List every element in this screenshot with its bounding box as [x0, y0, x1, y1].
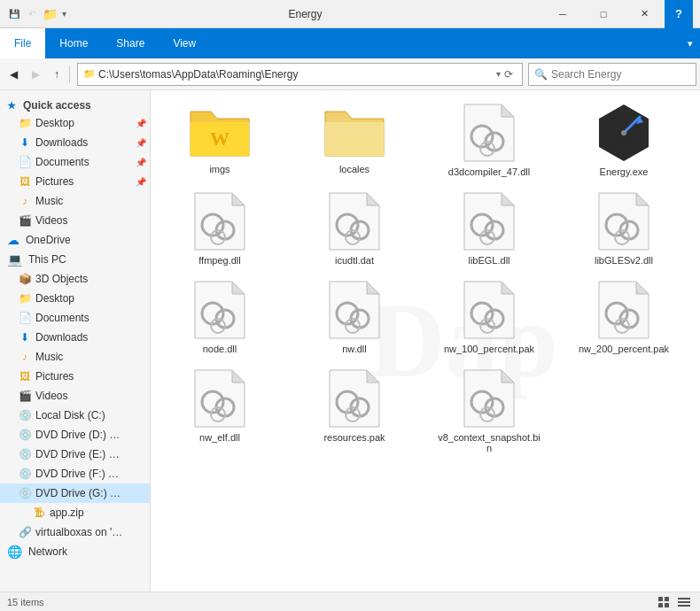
folder-icon: 📁 — [43, 7, 57, 21]
file-item-node[interactable]: node.dll — [158, 275, 282, 360]
svg-rect-74 — [678, 601, 690, 603]
sidebar-item-virtualbox[interactable]: 🔗 virtualboxas on 'Ma — [0, 522, 150, 542]
forward-icon: ▶ — [32, 68, 40, 81]
minimize-button[interactable]: ─ — [542, 0, 583, 28]
file-item-nw100[interactable]: nw_100_percent.pak — [427, 275, 551, 360]
file-item-libglesv2[interactable]: libGLESv2.dll — [562, 186, 686, 271]
sidebar-item-documents-pc[interactable]: 📄 Documents — [0, 308, 150, 328]
file-name: nw_elf.dll — [199, 432, 240, 443]
view-buttons — [656, 595, 693, 609]
ribbon-expand[interactable]: ▾ — [684, 35, 696, 53]
tab-view[interactable]: View — [159, 28, 210, 58]
sidebar-item-onedrive[interactable]: ☁ OneDrive — [0, 230, 150, 250]
svg-marker-6 — [502, 104, 514, 117]
files-grid: W imgs locales — [158, 97, 693, 459]
dvd-icon: 💿 — [18, 486, 32, 500]
maximize-button[interactable]: □ — [583, 0, 624, 28]
music-icon: ♪ — [18, 350, 32, 364]
pak-icon — [597, 280, 650, 340]
dll-icon — [597, 191, 650, 251]
back-button[interactable]: ◀ — [4, 62, 24, 87]
svg-rect-75 — [678, 605, 690, 607]
status-text: 15 items — [7, 597, 44, 607]
computer-icon: 💻 — [7, 252, 22, 267]
sidebar-item-dvd-d[interactable]: 💿 DVD Drive (D:) Paral — [0, 425, 150, 445]
file-name: resources.pak — [323, 432, 385, 443]
dat-icon — [328, 191, 381, 251]
downloads-icon: ⬇ — [18, 330, 32, 344]
up-button[interactable]: ↑ — [48, 62, 66, 87]
file-item-v8context[interactable]: v8_context_snapshot.bin — [427, 363, 551, 459]
tab-share[interactable]: Share — [102, 28, 159, 58]
sidebar-item-dvd-g[interactable]: 💿 DVD Drive (G:) CDRC — [0, 483, 150, 503]
file-item-libegl[interactable]: libEGL.dll — [427, 186, 551, 271]
sidebar-item-network[interactable]: 🌐 Network — [0, 542, 150, 561]
svg-marker-4 — [325, 122, 384, 156]
sidebar-item-dvd-f[interactable]: 💿 DVD Drive (F:) CDRC — [0, 464, 150, 483]
search-icon: 🔍 — [534, 68, 548, 81]
ribbon: File Home Share View ▾ — [0, 28, 700, 58]
dll-icon — [463, 191, 516, 251]
file-item-d3dcompiler[interactable]: d3dcompiler_47.dll — [427, 97, 551, 182]
exe-icon — [594, 103, 654, 163]
address-text: C:\Users\tomas\AppData\Roaming\Energy — [98, 68, 496, 81]
large-icons-view-button[interactable] — [656, 595, 673, 609]
pin-icon: 📌 — [136, 138, 146, 148]
zip-icon: 🗜 — [32, 506, 46, 520]
details-view-button[interactable] — [675, 595, 693, 609]
sidebar-item-videos-quick[interactable]: 🎬 Videos — [0, 211, 150, 230]
file-item-nw200[interactable]: nw_200_percent.pak — [562, 275, 686, 360]
svg-marker-35 — [232, 282, 245, 294]
file-item-nw[interactable]: nw.dll — [292, 275, 416, 360]
documents-icon: 📄 — [18, 311, 32, 325]
file-item-nwelf[interactable]: nw_elf.dll — [158, 363, 282, 459]
dll-icon — [193, 280, 246, 340]
file-item-locales[interactable]: locales — [292, 97, 416, 182]
file-name: nw_100_percent.pak — [444, 344, 534, 354]
up-icon: ↑ — [54, 68, 59, 81]
sidebar-item-desktop-pc[interactable]: 📁 Desktop — [0, 289, 150, 308]
sidebar-item-appzip[interactable]: 🗜 app.zip — [0, 503, 150, 522]
sidebar-item-dvd-e[interactable]: 💿 DVD Drive (E:) CDRC — [0, 445, 150, 464]
file-item-ffmpeg[interactable]: ffmpeg.dll — [158, 186, 282, 271]
pak-icon — [463, 280, 516, 340]
sidebar-item-pictures-quick[interactable]: 🖼 Pictures 📌 — [0, 172, 150, 191]
pin-icon: 📌 — [136, 119, 146, 128]
close-button[interactable]: ✕ — [624, 0, 665, 28]
help-button[interactable]: ? — [665, 0, 693, 28]
tab-home[interactable]: Home — [45, 28, 102, 58]
refresh-button[interactable]: ⟳ — [501, 68, 517, 81]
address-bar[interactable]: 📁 C:\Users\tomas\AppData\Roaming\Energy … — [77, 63, 523, 86]
file-item-imgs[interactable]: W imgs — [158, 97, 282, 182]
sidebar-item-localdisk[interactable]: 💿 Local Disk (C:) — [0, 406, 150, 425]
sidebar-item-3dobjects[interactable]: 📦 3D Objects — [0, 269, 150, 289]
sidebar-item-documents-quick[interactable]: 📄 Documents 📌 — [0, 152, 150, 172]
undo-icon: ↶ — [25, 7, 39, 21]
svg-rect-73 — [678, 598, 690, 599]
sidebar-item-music-quick[interactable]: ♪ Music — [0, 191, 150, 211]
file-name: icudtl.dat — [335, 255, 374, 266]
svg-marker-65 — [502, 370, 514, 383]
search-box[interactable]: 🔍 — [528, 63, 696, 86]
sidebar-item-downloads-pc[interactable]: ⬇ Downloads — [0, 328, 150, 347]
sidebar-item-desktop-quick[interactable]: 📁 Desktop 📌 — [0, 113, 150, 133]
sidebar-item-pictures-pc[interactable]: 🖼 Pictures — [0, 367, 150, 386]
disk-icon: 💿 — [18, 408, 32, 422]
sidebar-item-thispc[interactable]: 💻 This PC — [0, 250, 150, 269]
sidebar-item-downloads-quick[interactable]: ⬇ Downloads 📌 — [0, 133, 150, 152]
file-item-icudtl[interactable]: icudtl.dat — [292, 186, 416, 271]
folder-icon: 📁 — [18, 291, 32, 306]
svg-marker-50 — [636, 282, 649, 294]
forward-button[interactable]: ▶ — [26, 62, 46, 87]
sidebar-item-music-pc[interactable]: ♪ Music — [0, 347, 150, 367]
search-input[interactable] — [551, 68, 666, 81]
file-item-resources[interactable]: resources.pak — [292, 363, 416, 459]
pictures-icon: 🖼 — [18, 174, 32, 189]
svg-marker-30 — [636, 193, 649, 205]
tab-file[interactable]: File — [0, 28, 45, 58]
file-name: locales — [339, 164, 369, 174]
music-icon: ♪ — [18, 194, 32, 208]
file-item-energy-exe[interactable]: Energy.exe — [562, 97, 686, 182]
folder-icon: 📁 — [18, 116, 32, 130]
sidebar-item-videos-pc[interactable]: 🎬 Videos — [0, 386, 150, 406]
